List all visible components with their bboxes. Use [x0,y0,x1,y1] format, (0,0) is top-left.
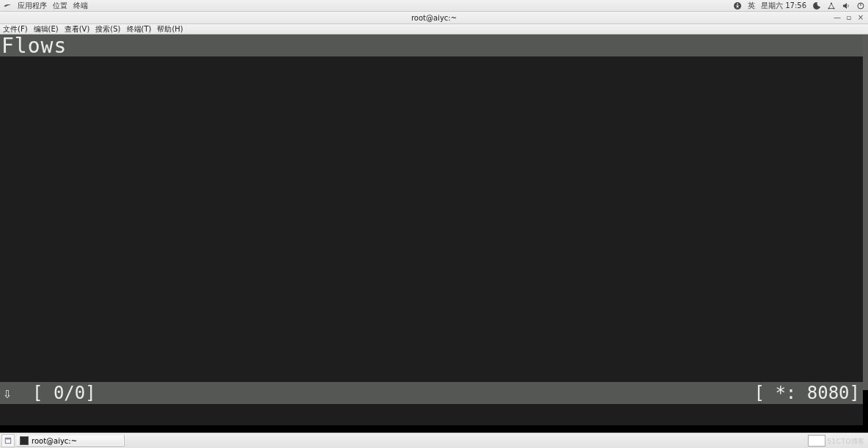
mitmproxy-flows-header: Flows [0,34,868,56]
network-icon[interactable] [827,1,836,10]
arrow-down-icon: ⇩ [3,384,18,402]
menu-help[interactable]: 帮助(H) [157,24,183,34]
menu-file[interactable]: 文件(F) [3,24,28,34]
taskbar-window-label: root@aiyc:~ [32,437,77,445]
terminal-menubar: 文件(F) 编辑(E) 查看(V) 搜索(S) 终端(T) 帮助(H) [0,24,868,34]
mitmproxy-status-bar: ⇩ [ 0/0] [ *: 8080] [0,382,863,404]
mitmproxy-command-line[interactable] [0,404,863,425]
volume-icon[interactable] [842,1,850,10]
show-desktop-button[interactable] [1,434,15,447]
mitmproxy-flow-list[interactable] [0,56,863,382]
terminal-icon [20,436,29,445]
svg-rect-8 [5,438,11,439]
mitmproxy-listen-addr: [ *: 8080] [754,383,861,403]
clock: 星期六 17:56 [761,1,806,11]
menu-terminal[interactable]: 终端(T) [127,24,152,34]
panel-menu-terminal[interactable]: 终端 [73,1,88,11]
watermark: 51CTO博客 [827,437,865,447]
accessibility-icon[interactable] [733,1,742,10]
terminal-bottom-border [0,425,868,433]
workspace-switcher[interactable] [808,435,825,447]
window-maximize-button[interactable]: ▫ [845,12,853,21]
menu-view[interactable]: 查看(V) [65,24,90,34]
window-close-button[interactable]: × [856,12,865,21]
terminal-content[interactable]: Flows ⇩ [ 0/0] [ *: 8080] [0,34,868,433]
input-language-indicator[interactable]: 英 [748,1,755,11]
desktop-taskbar: root@aiyc:~ 51CTO博客 [0,433,868,448]
menu-edit[interactable]: 编辑(E) [34,24,59,34]
taskbar-window-button[interactable]: root@aiyc:~ [16,435,125,447]
window-minimize-button[interactable]: — [833,12,842,21]
menu-search[interactable]: 搜索(S) [95,24,120,34]
panel-menu-applications[interactable]: 应用程序 [18,1,47,11]
kali-logo-icon [3,1,12,10]
desktop-top-panel: 应用程序 位置 终端 英 星期六 17:56 [0,0,868,12]
moon-icon[interactable] [812,1,821,10]
window-titlebar[interactable]: root@aiyc:~ — ▫ × [0,12,868,24]
power-icon[interactable] [856,1,865,10]
svg-point-1 [737,3,738,4]
window-title: root@aiyc:~ [411,14,457,22]
panel-menu-places[interactable]: 位置 [53,1,67,11]
mitmproxy-flow-counter: [ 0/0] [32,383,96,403]
terminal-scrollbar[interactable] [863,34,868,390]
